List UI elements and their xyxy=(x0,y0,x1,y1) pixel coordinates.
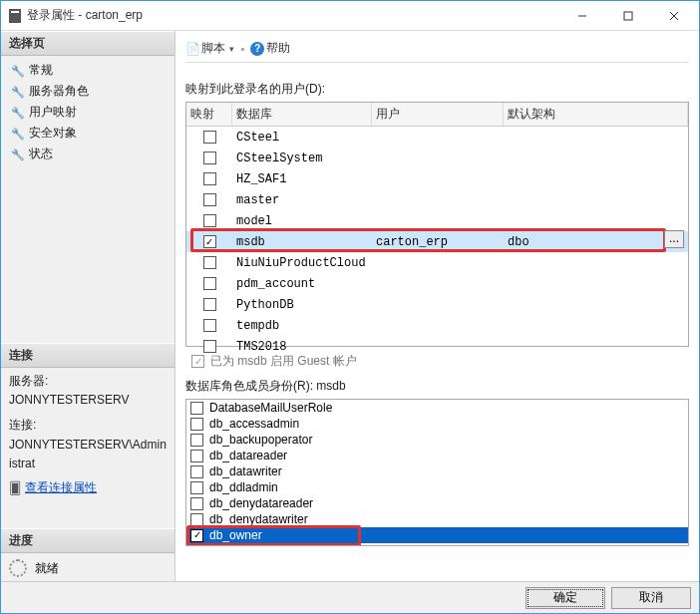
role-row[interactable]: db_owner xyxy=(186,527,688,543)
roles-label: 数据库角色成员身份(R): msdb xyxy=(185,378,689,395)
role-checkbox[interactable] xyxy=(190,402,203,415)
role-checkbox[interactable] xyxy=(190,434,203,447)
table-row[interactable]: tempdb xyxy=(186,315,688,336)
table-row[interactable]: TMS2018 xyxy=(186,336,688,357)
main-panel: 📄 脚本 ▪ ? 帮助 映射到此登录名的用户(D): 映射 数据库 用户 默认架… xyxy=(175,31,699,583)
conn-value: JONNYTESTERSERV\Administrat xyxy=(9,436,167,473)
close-button[interactable] xyxy=(651,2,697,30)
wrench-icon xyxy=(11,148,25,161)
wrench-icon xyxy=(11,106,25,120)
role-checkbox[interactable] xyxy=(190,481,203,494)
role-name: db_ddladmin xyxy=(209,480,278,494)
db-cell: TMS2018 xyxy=(232,340,372,354)
user-cell: carton_erp xyxy=(372,235,504,249)
schema-browse-button[interactable]: ... xyxy=(664,230,684,248)
table-row[interactable]: HZ_SAF1 xyxy=(186,168,688,189)
map-checkbox[interactable] xyxy=(203,340,216,353)
sidebar: 选择页 常规服务器角色用户映射安全对象状态 连接 服务器: JONNYTESTE… xyxy=(1,31,175,583)
mapping-table: 映射 数据库 用户 默认架构 CSteelCSteelSystemHZ_SAF1… xyxy=(185,102,689,347)
map-checkbox[interactable] xyxy=(203,298,216,311)
map-checkbox[interactable] xyxy=(203,131,216,144)
role-row[interactable]: db_accessadmin xyxy=(186,416,688,432)
table-row[interactable]: CSteelSystem xyxy=(186,148,688,168)
role-checkbox[interactable] xyxy=(190,450,203,462)
status-spinner-icon xyxy=(9,559,27,577)
col-db: 数据库 xyxy=(232,103,372,126)
table-row[interactable]: PythonDB xyxy=(186,294,688,315)
page-item[interactable]: 常规 xyxy=(5,60,171,81)
ok-button[interactable]: 确定 xyxy=(525,587,605,609)
mapping-label: 映射到此登录名的用户(D): xyxy=(185,81,689,98)
role-row[interactable]: db_denydatawriter xyxy=(186,511,688,527)
help-icon: ? xyxy=(250,42,264,56)
separator: ▪ xyxy=(240,42,244,56)
page-label: 服务器角色 xyxy=(29,83,89,100)
role-name: db_datareader xyxy=(209,449,287,462)
table-row[interactable]: model xyxy=(186,210,688,231)
table-row[interactable]: pdm_account xyxy=(186,273,688,294)
connection-header: 连接 xyxy=(1,343,175,368)
table-row[interactable]: NiuNiuProductCloud xyxy=(186,252,688,273)
role-name: db_backupoperator xyxy=(209,433,312,447)
help-label: 帮助 xyxy=(266,40,290,57)
role-checkbox[interactable] xyxy=(190,465,203,478)
role-row[interactable]: db_denydatareader xyxy=(186,495,688,511)
select-page-header: 选择页 xyxy=(1,31,175,56)
role-checkbox[interactable] xyxy=(190,513,203,526)
role-row[interactable]: db_ddladmin xyxy=(186,479,688,495)
role-checkbox[interactable] xyxy=(190,529,203,542)
map-checkbox[interactable] xyxy=(203,172,216,185)
table-row[interactable]: master xyxy=(186,189,688,210)
table-row[interactable]: msdbcarton_erpdbo xyxy=(186,231,688,252)
script-icon: 📄 xyxy=(185,42,199,56)
role-checkbox[interactable] xyxy=(190,497,203,510)
map-checkbox[interactable] xyxy=(203,235,216,248)
minimize-button[interactable] xyxy=(559,2,605,30)
map-checkbox[interactable] xyxy=(203,214,216,227)
page-item[interactable]: 状态 xyxy=(5,144,171,164)
app-icon xyxy=(9,9,21,23)
map-checkbox[interactable] xyxy=(203,319,216,332)
help-button[interactable]: ? 帮助 xyxy=(250,40,290,57)
role-row[interactable]: db_datareader xyxy=(186,448,688,463)
progress-header: 进度 xyxy=(1,528,175,553)
role-row[interactable]: db_backupoperator xyxy=(186,432,688,448)
footer: 确定 取消 xyxy=(1,581,699,613)
db-cell: tempdb xyxy=(232,319,372,333)
db-cell: model xyxy=(232,214,372,228)
script-dropdown[interactable]: 📄 脚本 xyxy=(185,40,234,57)
map-checkbox[interactable] xyxy=(203,193,216,206)
page-label: 常规 xyxy=(29,62,53,79)
view-connection-link[interactable]: 🂠 查看连接属性 xyxy=(1,477,175,498)
server-value: JONNYTESTERSERV xyxy=(9,391,167,410)
db-cell: HZ_SAF1 xyxy=(232,172,372,186)
col-schema: 默认架构 xyxy=(504,103,688,126)
col-user: 用户 xyxy=(372,103,504,126)
page-item[interactable]: 用户映射 xyxy=(5,102,171,123)
map-checkbox[interactable] xyxy=(203,256,216,269)
role-name: db_securitvadmin xyxy=(209,544,303,546)
role-row[interactable]: db_datawriter xyxy=(186,463,688,479)
map-checkbox[interactable] xyxy=(203,277,216,290)
role-row[interactable]: db_securitvadmin xyxy=(186,543,688,546)
script-label: 脚本 xyxy=(201,40,225,57)
map-checkbox[interactable] xyxy=(203,152,216,164)
page-item[interactable]: 服务器角色 xyxy=(5,81,171,102)
role-checkbox[interactable] xyxy=(190,545,203,547)
page-label: 用户映射 xyxy=(29,104,77,121)
db-cell: msdb xyxy=(232,235,372,249)
role-name: db_denydatareader xyxy=(209,496,313,510)
maximize-button[interactable] xyxy=(605,2,651,30)
page-label: 状态 xyxy=(29,146,53,162)
page-item[interactable]: 安全对象 xyxy=(5,123,171,144)
cancel-button[interactable]: 取消 xyxy=(611,587,691,609)
role-row[interactable]: DatabaseMailUserRole xyxy=(186,400,688,416)
role-checkbox[interactable] xyxy=(190,418,203,431)
connection-icon: 🂠 xyxy=(9,481,21,495)
db-cell: master xyxy=(232,193,372,207)
db-cell: NiuNiuProductCloud xyxy=(232,256,372,270)
table-row[interactable]: CSteel xyxy=(186,127,688,148)
status-text: 就绪 xyxy=(35,560,59,577)
role-name: db_accessadmin xyxy=(209,417,299,431)
role-name: DatabaseMailUserRole xyxy=(209,401,332,415)
